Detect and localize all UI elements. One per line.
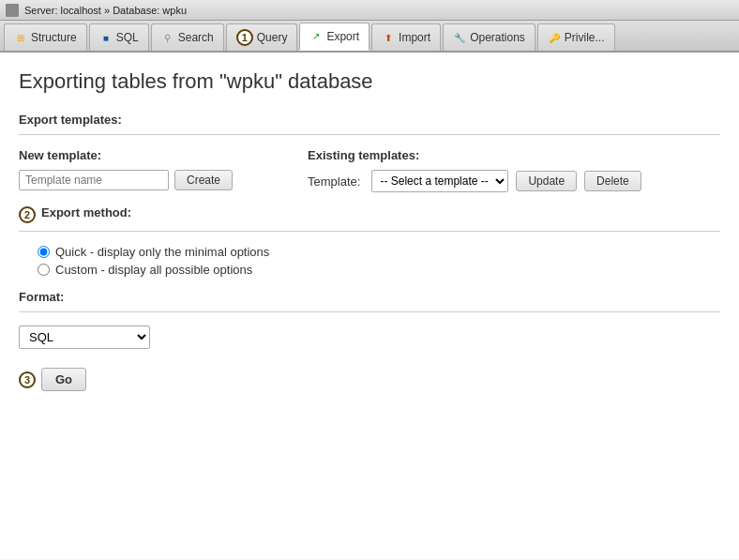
tab-operations[interactable]: 🔧 Operations	[443, 23, 535, 51]
template-select[interactable]: -- Select a template --	[371, 170, 508, 192]
template-field-label: Template:	[308, 174, 360, 189]
update-button[interactable]: Update	[516, 171, 577, 191]
export-method-section: 2 Export method: Quick - display only th…	[19, 205, 720, 277]
delete-button[interactable]: Delete	[584, 171, 641, 191]
existing-templates-col: Existing templates: Template: -- Select …	[308, 148, 641, 192]
custom-radio[interactable]	[38, 264, 50, 276]
tab-privileges-label: Privile...	[565, 31, 605, 44]
go-badge: 3	[19, 371, 36, 388]
export-templates-row: New template: Create Existing templates:…	[19, 148, 720, 192]
tab-structure[interactable]: ⊞ Structure	[4, 23, 87, 51]
quick-option-row: Quick - display only the minimal options	[38, 245, 720, 259]
format-select[interactable]: SQL CSV XML JSON	[19, 325, 150, 349]
export-method-label: Export method:	[41, 205, 131, 219]
title-bar: Server: localhost » Database: wpku	[0, 0, 739, 21]
new-template-col: New template: Create	[19, 148, 233, 190]
title-bar-text: Server: localhost » Database: wpku	[24, 5, 187, 16]
tab-import-label: Import	[399, 31, 430, 44]
format-section: Format: SQL CSV XML JSON	[19, 290, 720, 349]
tab-structure-label: Structure	[31, 31, 77, 44]
template-name-input[interactable]	[19, 170, 169, 190]
page-title: Exporting tables from "wpku" database	[19, 69, 720, 94]
tab-query-label: Query	[257, 31, 288, 44]
format-divider	[19, 311, 720, 312]
import-icon: ⬆	[382, 31, 395, 44]
sql-icon: ■	[99, 31, 113, 44]
existing-templates-label: Existing templates:	[308, 148, 641, 162]
new-template-inputs: Create	[19, 170, 233, 190]
export-method-header: 2 Export method:	[19, 205, 720, 223]
templates-divider	[19, 134, 720, 135]
tab-sql[interactable]: ■ SQL	[89, 23, 149, 51]
search-icon: ⚲	[161, 31, 174, 44]
export-icon: ↗	[309, 30, 323, 43]
main-content: Exporting tables from "wpku" database Ex…	[0, 53, 739, 559]
create-button[interactable]: Create	[174, 170, 233, 190]
query-badge: 1	[236, 29, 253, 46]
new-template-label: New template:	[19, 148, 233, 162]
app-icon	[6, 4, 19, 17]
tab-export-label: Export	[326, 30, 359, 43]
tab-privileges[interactable]: 🔑 Privile...	[537, 23, 615, 51]
structure-icon: ⊞	[14, 31, 27, 44]
custom-option-row: Custom - display all possible options	[38, 263, 720, 277]
go-button-row: 3 Go	[19, 368, 720, 391]
go-button[interactable]: Go	[41, 368, 86, 391]
operations-icon: 🔧	[453, 31, 466, 44]
tab-search[interactable]: ⚲ Search	[151, 23, 224, 51]
export-method-divider	[19, 231, 720, 232]
format-label: Format:	[19, 290, 720, 304]
quick-option-label[interactable]: Quick - display only the minimal options	[55, 245, 269, 259]
quick-radio[interactable]	[38, 246, 50, 258]
tab-export[interactable]: ↗ Export	[299, 23, 370, 51]
nav-tabs: ⊞ Structure ■ SQL ⚲ Search 1 Query ↗ Exp…	[0, 21, 739, 53]
export-method-badge: 2	[19, 206, 36, 223]
privileges-icon: 🔑	[548, 31, 561, 44]
existing-template-row: Template: -- Select a template -- Update…	[308, 170, 641, 192]
tab-search-label: Search	[178, 31, 214, 44]
export-templates-label: Export templates:	[19, 113, 720, 127]
tab-query[interactable]: 1 Query	[226, 23, 298, 51]
tab-import[interactable]: ⬆ Import	[371, 23, 441, 51]
tab-sql-label: SQL	[116, 31, 139, 44]
tab-operations-label: Operations	[470, 31, 525, 44]
custom-option-label[interactable]: Custom - display all possible options	[55, 263, 252, 277]
